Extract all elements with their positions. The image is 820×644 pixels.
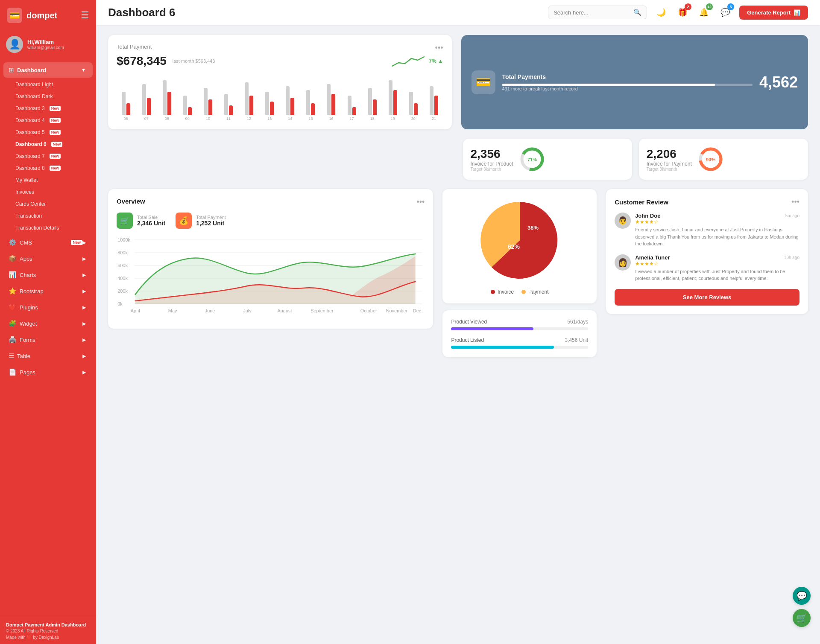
bar-label: 08 [165,117,169,121]
floating-chat-button[interactable]: 💬 [793,587,811,605]
sidebar-item-cms[interactable]: ⚙️ CMS New ▶ [3,235,93,250]
stat-total-sale: 🛒 Total Sale 2,346 Unit [117,213,165,229]
bar-label: 16 [329,117,333,121]
product-stats-card: Product Viewed 561/days Product Listed 3… [442,310,597,357]
reviewer-2-body: Amelia Tuner 10h ago ★★★★☆ I viewed a nu… [635,254,800,282]
total-payment-menu-button[interactable]: ••• [435,44,443,52]
invoice-product-target: Target 3k/month [471,167,513,172]
row-2: 2,356 Invoice for Product Target 3k/mont… [108,139,808,180]
bar-red [311,103,315,115]
sidebar-item-my-wallet[interactable]: My Wallet [0,174,96,186]
svg-text:June: June [205,309,215,313]
search-input[interactable] [554,9,630,16]
bar-group: 13 [261,76,279,121]
svg-text:400k: 400k [117,276,128,281]
sidebar-item-dashboard-light[interactable]: Dashboard Light [0,79,96,90]
sidebar-item-pages[interactable]: 📄 Pages ▶ [3,364,93,380]
sidebar-item-dashboard-3[interactable]: Dashboard 3 New [0,102,96,114]
total-payment-stat-label: Total Payment [196,215,226,220]
dashboard-chevron-icon: ▼ [81,67,86,73]
svg-text:May: May [168,309,177,313]
bar-red [249,96,253,115]
sidebar-item-invoices[interactable]: Invoices [0,186,96,198]
bar-label: 06 [124,117,128,121]
center-column: 62% 38% Invoice Payment [442,189,597,357]
trend-badge: 7% ▲ [429,58,443,64]
sidebar-item-forms[interactable]: 🖨️ Forms ▶ [3,332,93,347]
gift-icon-button[interactable]: 🎁 2 [675,5,690,20]
bell-badge: 12 [706,3,713,10]
sidebar-item-dashboard-dark[interactable]: Dashboard Dark [0,90,96,102]
sidebar-item-dashboard-5[interactable]: Dashboard 5 New [0,126,96,138]
reviewer-2-time: 10h ago [784,255,800,260]
search-icon: 🔍 [633,9,641,16]
floating-cart-button[interactable]: 🛒 [793,609,811,627]
bar-gray [430,86,433,115]
bar-group: 08 [158,76,176,121]
page-title: Dashboard 6 [108,6,541,19]
sidebar-item-widget[interactable]: 🧩 Widget ▶ [3,316,93,331]
bar-group: 18 [363,76,381,121]
reviewer-1-name: John Doe [635,213,660,219]
blue-card-progress-fill [502,84,715,86]
sidebar-item-bootstrap[interactable]: ⭐ Bootstrap ▶ [3,283,93,299]
customer-review-card: Customer Review ••• 👨 John Doe 5m ago ★★… [606,189,808,314]
search-wrap: 🔍 [548,6,647,19]
product-viewed-stat: Product Viewed 561/days [451,319,588,330]
total-payment-amount: $678,345 [117,54,167,68]
bar-group: 12 [240,76,258,121]
sidebar-item-transaction-details[interactable]: Transaction Details [0,222,96,234]
sale-icon: 🛒 [117,213,133,229]
bar-label: 10 [206,117,210,121]
floating-icons: 💬 🛒 [793,587,811,627]
sidebar-item-dashboard-8[interactable]: Dashboard 8 New [0,162,96,174]
bar-red [331,94,335,115]
bar-red [147,98,151,115]
review-menu-button[interactable]: ••• [791,198,800,207]
bar-red [270,102,274,115]
sidebar-item-dashboard-6[interactable]: Dashboard 6 New [0,138,96,150]
overview-menu-button[interactable]: ••• [417,198,425,207]
sidebar-item-charts[interactable]: 📊 Charts ▶ [3,267,93,283]
bar-group: 10 [199,76,217,121]
bell-icon-button[interactable]: 🔔 12 [697,5,711,20]
bar-group: 06 [117,76,135,121]
bar-red [229,105,233,115]
sidebar-user: 👤 Hi,William william@gmail.com [0,31,96,59]
bar-red [352,107,356,115]
sidebar-item-dashboard-7[interactable]: Dashboard 7 New [0,150,96,162]
svg-text:600k: 600k [117,263,128,268]
sidebar-item-dashboard-4[interactable]: Dashboard 4 New [0,114,96,126]
chat-icon-button[interactable]: 💬 5 [718,5,732,20]
bar-group: 09 [178,76,196,121]
sidebar-item-apps[interactable]: 📦 Apps ▶ [3,251,93,266]
review-item-2: 👩 Amelia Tuner 10h ago ★★★★☆ I viewed a … [615,254,800,282]
svg-text:90%: 90% [706,157,715,162]
bar-gray [183,96,187,115]
invoice-payment-donut: 90% [698,146,723,172]
bar-label: 11 [226,117,231,121]
topbar: Dashboard 6 🔍 🌙 🎁 2 🔔 12 💬 5 Generate Re… [96,0,820,25]
bar-gray [327,84,331,115]
sidebar-item-cards-center[interactable]: Cards Center [0,198,96,210]
sidebar-dashboard-header[interactable]: ⊞ Dashboard ▼ [3,62,93,78]
generate-report-button[interactable]: Generate Report 📊 [739,6,808,20]
sidebar-item-plugins[interactable]: ❤️ Plugins ▶ [3,300,93,315]
review-title: Customer Review [615,198,668,206]
bar-gray [389,80,392,115]
svg-text:November: November [386,309,408,313]
bar-group: 16 [322,76,340,121]
chart-bar-icon: 📊 [794,9,800,16]
theme-toggle-button[interactable]: 🌙 [654,5,668,20]
sidebar-sub-items: Dashboard Light Dashboard Dark Dashboard… [0,79,96,234]
hamburger-icon[interactable]: ☰ [81,10,89,21]
sidebar-item-table[interactable]: ☰ Table ▶ [3,348,93,364]
bar-label: 13 [267,117,272,121]
sidebar-item-transaction[interactable]: Transaction [0,210,96,222]
bar-group: 21 [425,76,443,121]
invoice-payment-number: 2,206 [647,147,692,161]
bar-group: 14 [281,76,299,121]
see-more-reviews-button[interactable]: See More Reviews [615,289,800,306]
review-item-1: 👨 John Doe 5m ago ★★★★☆ Friendly service… [615,213,800,248]
blue-card-info: Total Payments 431 more to break last mo… [502,73,753,91]
